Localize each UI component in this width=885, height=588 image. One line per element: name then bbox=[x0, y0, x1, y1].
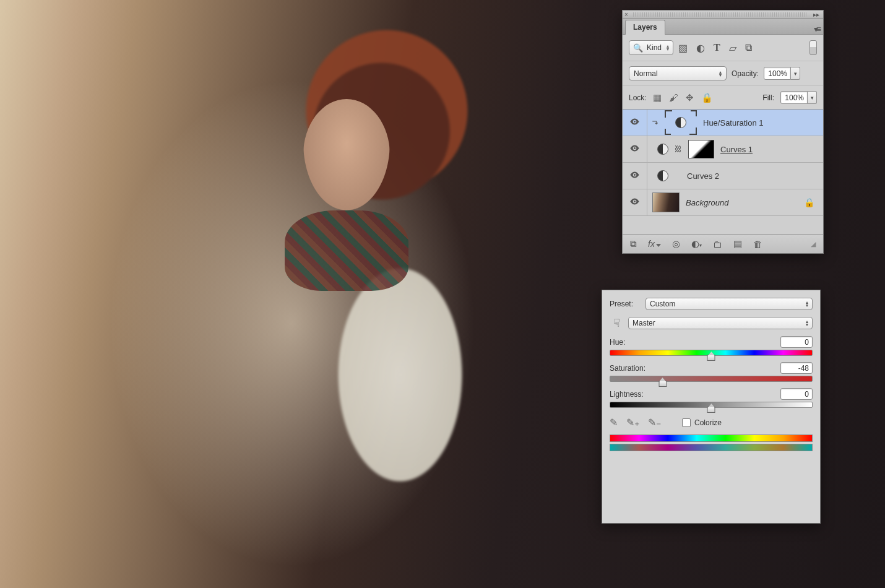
filter-pixel-icon[interactable]: ▧ bbox=[678, 42, 688, 54]
svg-point-2 bbox=[634, 174, 636, 176]
layer-name[interactable]: Curves 2 bbox=[687, 171, 719, 181]
chevron-updown-icon: ▴▾ bbox=[806, 320, 808, 326]
hue-band-bottom bbox=[610, 444, 813, 451]
layer-row-hue-saturation[interactable]: ↳ Hue/Saturation 1 bbox=[623, 110, 823, 136]
lightness-input[interactable]: 0 bbox=[780, 388, 813, 400]
colorize-checkbox[interactable]: Colorize bbox=[682, 418, 722, 427]
hue-input[interactable]: 0 bbox=[780, 336, 813, 348]
eyedropper-icon[interactable]: ✎ bbox=[610, 417, 618, 428]
channel-row: ☟ Master ▴▾ bbox=[610, 316, 813, 330]
delete-layer-icon[interactable]: 🗑 bbox=[753, 239, 762, 249]
eyedropper-add-icon[interactable]: ✎₊ bbox=[626, 417, 639, 428]
filter-toggle[interactable] bbox=[809, 40, 817, 55]
preset-row: Preset: Custom ▴▾ bbox=[610, 298, 813, 310]
link-layers-icon[interactable]: ⧉ bbox=[630, 238, 637, 249]
hue-saturation-properties-panel: Preset: Custom ▴▾ ☟ Master ▴▾ Hue: 0 Sat… bbox=[602, 290, 821, 524]
layer-name[interactable]: Curves 1 bbox=[720, 145, 753, 154]
filter-adjustment-icon[interactable]: ◐ bbox=[696, 42, 705, 54]
layer-mask-thumb[interactable] bbox=[688, 140, 714, 158]
lock-pixels-icon[interactable]: 🖌 bbox=[669, 92, 678, 103]
lock-icon[interactable]: 🔒 bbox=[804, 197, 814, 207]
chevron-updown-icon: ▴▾ bbox=[719, 71, 722, 77]
stepper-icon: ▴▾ bbox=[667, 45, 669, 51]
slider-handle[interactable] bbox=[707, 407, 715, 413]
lightness-slider[interactable] bbox=[610, 402, 813, 408]
lock-transparency-icon[interactable]: ▦ bbox=[653, 92, 662, 103]
lightness-slider-group: Lightness: 0 bbox=[610, 388, 813, 408]
lightness-label: Lightness: bbox=[610, 390, 644, 399]
opacity-label: Opacity: bbox=[732, 69, 759, 78]
panel-flyout-menu-icon[interactable]: ▾≡ bbox=[814, 24, 819, 34]
layers-list: ↳ Hue/Saturation 1 ⛓ Curves 1 bbox=[623, 110, 823, 235]
tab-layers[interactable]: Layers bbox=[625, 20, 665, 35]
chevron-updown-icon: ▴▾ bbox=[806, 301, 808, 307]
close-icon[interactable]: × bbox=[623, 11, 630, 18]
channel-value: Master bbox=[632, 319, 655, 327]
resize-handle-icon[interactable]: ◢ bbox=[811, 240, 816, 248]
saturation-slider[interactable] bbox=[610, 376, 813, 382]
filter-kind-select[interactable]: 🔍 Kind ▴▾ bbox=[629, 40, 673, 55]
filter-type-icon[interactable]: T bbox=[714, 42, 720, 54]
channel-select[interactable]: Master ▴▾ bbox=[628, 317, 813, 329]
search-icon: 🔍 bbox=[633, 43, 643, 53]
clipping-indicator-icon: ↳ bbox=[651, 119, 660, 126]
panel-titlebar[interactable]: × ▸▸ bbox=[623, 11, 823, 19]
layers-panel: × ▸▸ Layers ▾≡ 🔍 Kind ▴▾ ▧ ◐ T ▱ ⧉ Norma… bbox=[622, 10, 824, 254]
layer-thumbnail[interactable] bbox=[652, 192, 680, 212]
blend-mode-select[interactable]: Normal ▴▾ bbox=[629, 66, 727, 80]
svg-point-0 bbox=[634, 121, 636, 123]
preset-label: Preset: bbox=[610, 300, 641, 308]
fill-dropdown-button[interactable]: ▾ bbox=[808, 91, 817, 104]
hue-slider[interactable] bbox=[610, 350, 813, 356]
filter-shape-icon[interactable]: ▱ bbox=[729, 42, 736, 54]
hue-range-bands[interactable] bbox=[610, 435, 813, 451]
svg-point-3 bbox=[634, 201, 636, 202]
add-mask-icon[interactable]: ◎ bbox=[672, 238, 680, 249]
eye-icon bbox=[629, 143, 640, 155]
lock-all-icon[interactable]: 🔒 bbox=[701, 92, 713, 103]
slider-handle[interactable] bbox=[707, 355, 715, 361]
layer-visibility-toggle[interactable] bbox=[623, 110, 647, 136]
preset-select[interactable]: Custom ▴▾ bbox=[645, 298, 813, 310]
layer-name[interactable]: Hue/Saturation 1 bbox=[703, 118, 764, 128]
layer-visibility-toggle[interactable] bbox=[623, 189, 647, 215]
slider-handle[interactable] bbox=[658, 381, 667, 387]
layer-row-background[interactable]: Background 🔒 bbox=[623, 189, 823, 216]
checkbox-box bbox=[682, 418, 691, 427]
photo-subject-scarf bbox=[285, 210, 408, 291]
lock-fill-row: Lock: ▦ 🖌 ✥ 🔒 Fill: 100% ▾ bbox=[623, 86, 823, 110]
blend-opacity-row: Normal ▴▾ Opacity: 100% ▾ bbox=[623, 61, 823, 86]
saturation-input[interactable]: -48 bbox=[780, 362, 813, 374]
filter-smartobject-icon[interactable]: ⧉ bbox=[745, 42, 752, 54]
new-adjustment-icon[interactable]: ◐▾ bbox=[691, 238, 702, 249]
opacity-input[interactable]: 100% bbox=[764, 67, 791, 80]
curves-icon bbox=[657, 144, 668, 155]
link-icon[interactable]: ⛓ bbox=[675, 145, 682, 153]
hue-slider-group: Hue: 0 bbox=[610, 336, 813, 356]
filter-kind-label: Kind bbox=[647, 43, 662, 52]
fill-input[interactable]: 100% bbox=[780, 91, 808, 104]
eye-icon bbox=[629, 196, 640, 209]
layers-footer: ⧉ fx ◎ ◐▾ 🗀 ▤ 🗑 ◢ bbox=[623, 235, 823, 253]
new-layer-icon[interactable]: ▤ bbox=[733, 238, 742, 249]
layers-empty-area[interactable] bbox=[623, 216, 823, 235]
hue-sat-icon bbox=[675, 117, 686, 128]
opacity-dropdown-button[interactable]: ▾ bbox=[791, 67, 800, 80]
lock-position-icon[interactable]: ✥ bbox=[686, 92, 694, 103]
panel-gripper[interactable] bbox=[633, 12, 806, 17]
curves-icon bbox=[657, 170, 668, 181]
layer-effects-button[interactable]: fx bbox=[648, 239, 655, 249]
adjustment-thumb[interactable] bbox=[665, 110, 697, 135]
collapse-icon[interactable]: ▸▸ bbox=[809, 11, 823, 18]
layer-visibility-toggle[interactable] bbox=[623, 136, 647, 162]
svg-point-1 bbox=[634, 147, 636, 149]
fill-label: Fill: bbox=[762, 93, 774, 102]
layer-row-curves-2[interactable]: Curves 2 bbox=[623, 163, 823, 189]
new-group-icon[interactable]: 🗀 bbox=[713, 239, 722, 249]
layer-name[interactable]: Background bbox=[686, 198, 728, 207]
targeted-adjust-icon[interactable]: ☟ bbox=[610, 316, 623, 330]
layer-row-curves-1[interactable]: ⛓ Curves 1 bbox=[623, 136, 823, 163]
saturation-slider-group: Saturation: -48 bbox=[610, 362, 813, 382]
eyedropper-subtract-icon[interactable]: ✎₋ bbox=[648, 417, 661, 428]
layer-visibility-toggle[interactable] bbox=[623, 163, 647, 189]
